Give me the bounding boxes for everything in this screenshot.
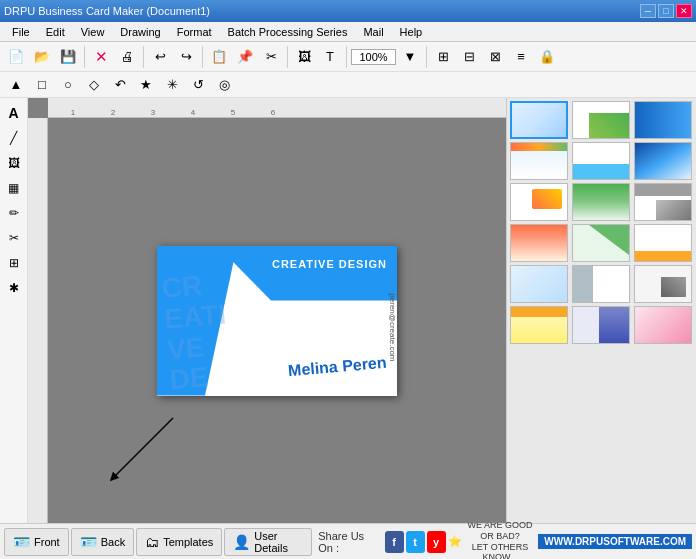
template-thumb-6[interactable] bbox=[634, 142, 692, 180]
front-button[interactable]: 🪪 Front bbox=[4, 528, 69, 556]
template-thumb-12[interactable] bbox=[634, 224, 692, 262]
burst-tool[interactable]: ✳ bbox=[160, 73, 184, 97]
menu-edit[interactable]: Edit bbox=[38, 24, 73, 40]
cut-button[interactable]: ✂ bbox=[259, 45, 283, 69]
align-btn[interactable]: ⊠ bbox=[483, 45, 507, 69]
save-button[interactable]: 💾 bbox=[56, 45, 80, 69]
menu-bar: File Edit View Drawing Format Batch Proc… bbox=[0, 22, 696, 42]
menu-drawing[interactable]: Drawing bbox=[112, 24, 168, 40]
templates-label: Templates bbox=[163, 536, 213, 548]
card-blue-top bbox=[217, 246, 397, 301]
main-toolbar: 📄 📂 💾 ✕ 🖨 ↩ ↪ 📋 📌 ✂ 🖼 T 100% ▼ ⊞ ⊟ ⊠ ≡ 🔒 bbox=[0, 42, 696, 72]
back-icon: 🪪 bbox=[80, 534, 97, 550]
select-tool[interactable]: ▲ bbox=[4, 73, 28, 97]
image-tool-left[interactable]: 🖼 bbox=[3, 152, 25, 174]
template-thumb-13[interactable] bbox=[510, 265, 568, 303]
card-name: Melina Peren bbox=[288, 353, 388, 380]
youtube-button[interactable]: y bbox=[427, 531, 446, 553]
minimize-button[interactable]: ─ bbox=[640, 4, 656, 18]
menu-mail[interactable]: Mail bbox=[355, 24, 391, 40]
star-tool[interactable]: ★ bbox=[134, 73, 158, 97]
canvas-content: CREATIVE DESIGN CREATIVEDESIG Melina Per… bbox=[48, 118, 506, 523]
paste-button[interactable]: 📌 bbox=[233, 45, 257, 69]
open-button[interactable]: 📂 bbox=[30, 45, 54, 69]
stamp-tool-left[interactable]: ✱ bbox=[3, 277, 25, 299]
toolbar-separator-5 bbox=[346, 46, 347, 68]
template-thumb-2[interactable] bbox=[572, 101, 630, 139]
menu-batch[interactable]: Batch Processing Series bbox=[220, 24, 356, 40]
ruler-vertical bbox=[28, 118, 48, 523]
menu-help[interactable]: Help bbox=[392, 24, 431, 40]
template-thumb-10[interactable] bbox=[510, 224, 568, 262]
main-area: A ╱ 🖼 ▦ ✏ ✂ ⊞ ✱ 123456 CREATIVE DESIGN C… bbox=[0, 98, 696, 523]
template-thumb-14[interactable] bbox=[572, 265, 630, 303]
twitter-button[interactable]: t bbox=[406, 531, 425, 553]
template-thumb-15[interactable] bbox=[634, 265, 692, 303]
user-details-button[interactable]: 👤 User Details bbox=[224, 528, 312, 556]
template-thumb-4[interactable] bbox=[510, 142, 568, 180]
barcode-tool-left[interactable]: ▦ bbox=[3, 177, 25, 199]
left-toolbar: A ╱ 🖼 ▦ ✏ ✂ ⊞ ✱ bbox=[0, 98, 28, 523]
canvas-area[interactable]: 123456 CREATIVE DESIGN CREATIVEDESIG Mel… bbox=[28, 98, 506, 523]
front-icon: 🪪 bbox=[13, 534, 30, 550]
template-thumb-7[interactable] bbox=[510, 183, 568, 221]
maximize-button[interactable]: □ bbox=[658, 4, 674, 18]
back-label: Back bbox=[101, 536, 125, 548]
diamond-tool[interactable]: ◇ bbox=[82, 73, 106, 97]
redo-button[interactable]: ↪ bbox=[174, 45, 198, 69]
card-blue-left bbox=[157, 246, 237, 396]
close-button[interactable]: ✕ bbox=[676, 4, 692, 18]
template-thumb-8[interactable] bbox=[572, 183, 630, 221]
zoom-dropdown[interactable]: ▼ bbox=[398, 45, 422, 69]
template-thumb-18[interactable] bbox=[634, 306, 692, 344]
drpu-badge: ⭐ WE ARE GOOD OR BAD? LET OTHERS KNOW...… bbox=[448, 520, 692, 559]
copy-button[interactable]: 📋 bbox=[207, 45, 231, 69]
pencil-tool-left[interactable]: ✏ bbox=[3, 202, 25, 224]
menu-file[interactable]: File bbox=[4, 24, 38, 40]
lock-btn[interactable]: 🔒 bbox=[535, 45, 559, 69]
new-button[interactable]: 📄 bbox=[4, 45, 28, 69]
layers-tool-left[interactable]: ⊞ bbox=[3, 252, 25, 274]
grid-btn2[interactable]: ⊟ bbox=[457, 45, 481, 69]
zoom-display[interactable]: 100% bbox=[351, 49, 396, 65]
dist-btn[interactable]: ≡ bbox=[509, 45, 533, 69]
card-creative-design-text: CREATIVE DESIGN bbox=[272, 258, 387, 270]
svg-line-0 bbox=[113, 418, 173, 478]
rotate-tool[interactable]: ↺ bbox=[186, 73, 210, 97]
image-btn[interactable]: 🖼 bbox=[292, 45, 316, 69]
grid-btn[interactable]: ⊞ bbox=[431, 45, 455, 69]
arrow-tool[interactable]: ↶ bbox=[108, 73, 132, 97]
template-thumb-3[interactable] bbox=[634, 101, 692, 139]
ellipse-tool[interactable]: ○ bbox=[56, 73, 80, 97]
back-button[interactable]: 🪪 Back bbox=[71, 528, 134, 556]
menu-format[interactable]: Format bbox=[169, 24, 220, 40]
templates-button[interactable]: 🗂 Templates bbox=[136, 528, 222, 556]
toolbar-separator-4 bbox=[287, 46, 288, 68]
line-tool-left[interactable]: ╱ bbox=[3, 127, 25, 149]
user-details-label: User Details bbox=[254, 530, 303, 554]
template-thumb-1[interactable] bbox=[510, 101, 568, 139]
template-thumb-17[interactable] bbox=[572, 306, 630, 344]
text-btn[interactable]: T bbox=[318, 45, 342, 69]
print-button[interactable]: 🖨 bbox=[115, 45, 139, 69]
drpu-url: WWW.DRPUSOFTWARE.COM bbox=[538, 534, 692, 549]
business-card[interactable]: CREATIVE DESIGN CREATIVEDESIG Melina Per… bbox=[157, 246, 397, 396]
toolbar-separator-3 bbox=[202, 46, 203, 68]
template-thumb-16[interactable] bbox=[510, 306, 568, 344]
text-tool-left[interactable]: A bbox=[3, 102, 25, 124]
menu-view[interactable]: View bbox=[73, 24, 113, 40]
template-thumb-5[interactable] bbox=[572, 142, 630, 180]
close-doc-button[interactable]: ✕ bbox=[89, 45, 113, 69]
facebook-button[interactable]: f bbox=[385, 531, 404, 553]
template-thumb-11[interactable] bbox=[572, 224, 630, 262]
user-details-icon: 👤 bbox=[233, 534, 250, 550]
drpu-badge-text: WE ARE GOOD OR BAD? LET OTHERS KNOW... bbox=[466, 520, 535, 559]
undo-button[interactable]: ↩ bbox=[148, 45, 172, 69]
rect-tool[interactable]: □ bbox=[30, 73, 54, 97]
template-thumb-9[interactable] bbox=[634, 183, 692, 221]
card-email: peren@create.com bbox=[388, 293, 397, 361]
ruler-horizontal: 123456 bbox=[48, 98, 506, 118]
app-title: DRPU Business Card Maker (Document1) bbox=[4, 5, 210, 17]
spiral-tool[interactable]: ◎ bbox=[212, 73, 236, 97]
crop-tool-left[interactable]: ✂ bbox=[3, 227, 25, 249]
